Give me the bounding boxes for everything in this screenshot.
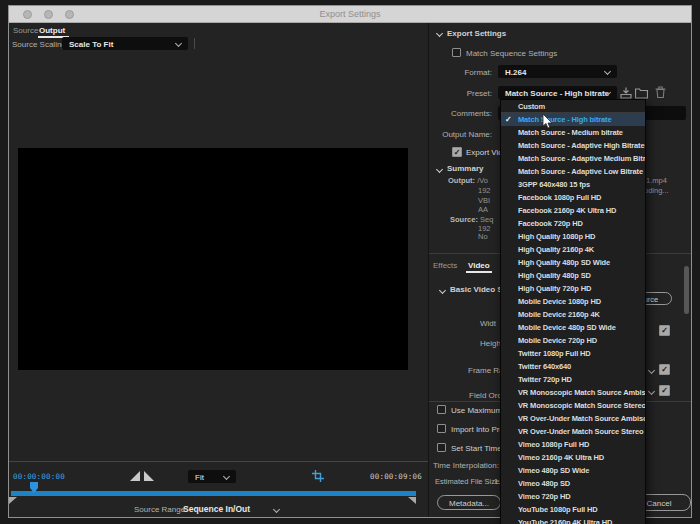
preset-option[interactable]: High Quality 2160p 4K xyxy=(501,243,645,256)
preset-option-label: VR Monoscopic Match Source Stereo Audio xyxy=(518,401,645,410)
preset-option-label: Vimeo 720p HD xyxy=(518,492,571,501)
export-video-checkbox[interactable]: ✓ xyxy=(452,147,462,157)
summary-source-frag3: No xyxy=(478,232,488,241)
match-sequence-checkbox[interactable] xyxy=(452,48,461,57)
preset-option[interactable]: Twitter 640x640 xyxy=(501,360,645,373)
summary-output-frag4: AA xyxy=(478,205,488,214)
save-preset-icon[interactable] xyxy=(620,87,632,99)
preset-option[interactable]: Vimeo 2160p 4K Ultra HD xyxy=(501,451,645,464)
source-range-value[interactable]: Sequence In/Out xyxy=(183,504,250,514)
titlebar[interactable]: Export Settings xyxy=(9,6,691,23)
preset-option[interactable]: Mobile Device 1080p HD xyxy=(501,295,645,308)
preset-option[interactable]: VR Monoscopic Match Source Stereo Audio xyxy=(501,399,645,412)
preset-option-label: Vimeo 2160p 4K Ultra HD xyxy=(518,453,604,462)
preset-option-label: Match Source - High bitrate xyxy=(518,115,611,124)
preset-option-label: Match Source - Adaptive High Bitrate xyxy=(518,141,644,150)
preset-option-label: Twitter 1080p Full HD xyxy=(518,349,591,358)
preset-option[interactable]: YouTube 2160p 4K Ultra HD xyxy=(501,516,645,524)
format-select[interactable]: H.264 xyxy=(498,65,617,78)
preset-value: Match Source - High bitrate xyxy=(505,88,609,97)
summary-output-right-frag1: 1.mp4 xyxy=(646,176,667,185)
preset-option-label: Match Source - Adaptive Medium Bitrate xyxy=(518,154,645,163)
preset-option[interactable]: YouTube 1080p Full HD xyxy=(501,503,645,516)
preset-option-label: Mobile Device 1080p HD xyxy=(518,297,601,306)
preset-option[interactable]: Facebook 720p HD xyxy=(501,217,645,230)
preset-menu[interactable]: Custom✓Match Source - High bitrateMatch … xyxy=(500,99,646,524)
preset-option[interactable]: VR Monoscopic Match Source Ambisonics xyxy=(501,386,645,399)
preset-option[interactable]: Mobile Device 2160p 4K xyxy=(501,308,645,321)
import-into-project-checkbox[interactable] xyxy=(437,424,446,433)
source-scaling-select[interactable]: Scale To Fit xyxy=(62,37,188,50)
preset-option[interactable]: High Quality 480p SD xyxy=(501,269,645,282)
mouse-cursor xyxy=(542,114,553,130)
summary-source-frag1: Seq xyxy=(480,215,493,224)
preset-option[interactable]: Facebook 1080p Full HD xyxy=(501,191,645,204)
duration-timecode: 00:00:09:06 xyxy=(370,472,422,481)
zoom-level-select[interactable]: Fit xyxy=(188,470,236,483)
tab-source[interactable]: Source xyxy=(13,26,38,35)
preset-select[interactable]: Match Source - High bitrate xyxy=(498,86,617,99)
set-start-timecode-checkbox[interactable] xyxy=(437,443,446,452)
preset-option-label: YouTube 1080p Full HD xyxy=(518,505,598,514)
preset-option[interactable]: Vimeo 480p SD xyxy=(501,477,645,490)
preset-option[interactable]: Vimeo 480p SD Wide xyxy=(501,464,645,477)
output-name-label: Output Name: xyxy=(432,130,492,139)
window-title: Export Settings xyxy=(9,6,691,22)
preset-option-label: Facebook 1080p Full HD xyxy=(518,193,601,202)
preset-option[interactable]: High Quality 1080p HD xyxy=(501,230,645,243)
chevron-down-icon xyxy=(175,40,182,47)
preset-option[interactable]: Custom xyxy=(501,100,645,113)
video-preview[interactable] xyxy=(18,148,408,370)
preset-option-label: VR Over-Under Match Source Ambisonics xyxy=(518,414,645,423)
height-label: Heigh xyxy=(480,339,501,348)
preset-option-label: High Quality 480p SD Wide xyxy=(518,258,610,267)
video-setting-checkbox-1[interactable]: ✓ xyxy=(659,325,670,336)
import-preset-icon[interactable] xyxy=(635,87,648,99)
preset-option[interactable]: VR Over-Under Match Source Ambisonics xyxy=(501,412,645,425)
match-sequence-label: Match Sequence Settings xyxy=(466,49,557,58)
preset-option-label: VR Over-Under Match Source Stereo Audio xyxy=(518,427,645,436)
tab-video[interactable]: Video xyxy=(468,261,490,270)
preset-option[interactable]: Vimeo 1080p Full HD xyxy=(501,438,645,451)
metadata-button[interactable]: Metadata... xyxy=(437,495,501,510)
source-scaling-label: Source Scaling: xyxy=(12,40,68,49)
toolbar-divider xyxy=(194,38,195,49)
preset-option[interactable]: Mobile Device 720p HD xyxy=(501,334,645,347)
tab-output[interactable]: Output xyxy=(39,26,65,35)
crop-icon[interactable] xyxy=(312,470,324,482)
preset-option[interactable]: High Quality 720p HD xyxy=(501,282,645,295)
preset-option[interactable]: Match Source - Adaptive Low Bitrate xyxy=(501,165,645,178)
preset-option[interactable]: VR Over-Under Match Source Stereo Audio xyxy=(501,425,645,438)
preset-option-label: Vimeo 1080p Full HD xyxy=(518,440,589,449)
timeline-scrubber[interactable] xyxy=(11,491,416,496)
preset-option-label: Facebook 2160p 4K Ultra HD xyxy=(518,206,616,215)
summary-output-label: Output: xyxy=(448,176,475,185)
preset-option-label: Mobile Device 2160p 4K xyxy=(518,310,600,319)
video-setting-checkbox-3[interactable]: ✓ xyxy=(659,385,670,396)
preset-option-label: Match Source - Medium bitrate xyxy=(518,128,623,137)
preset-option[interactable]: Match Source - Medium bitrate xyxy=(501,126,645,139)
preset-option-label: Custom xyxy=(518,102,545,111)
preset-option[interactable]: ✓Match Source - High bitrate xyxy=(501,113,645,126)
use-max-render-checkbox[interactable] xyxy=(437,405,446,414)
preset-option[interactable]: Match Source - Adaptive Medium Bitrate xyxy=(501,152,645,165)
preset-option[interactable]: 3GPP 640x480 15 fps xyxy=(501,178,645,191)
video-setting-checkbox-2[interactable]: ✓ xyxy=(659,364,670,375)
preset-option-label: Twitter 640x640 xyxy=(518,362,571,371)
delete-preset-icon[interactable] xyxy=(655,86,666,99)
preset-option[interactable]: Twitter 1080p Full HD xyxy=(501,347,645,360)
preset-option-label: VR Monoscopic Match Source Ambisonics xyxy=(518,388,645,397)
preset-option[interactable]: Match Source - Adaptive High Bitrate xyxy=(501,139,645,152)
scrollbar-thumb[interactable] xyxy=(684,266,689,314)
preset-option[interactable]: Vimeo 720p HD xyxy=(501,490,645,503)
preview-bottom-divider xyxy=(9,461,428,462)
preset-option[interactable]: High Quality 480p SD Wide xyxy=(501,256,645,269)
preset-option[interactable]: Facebook 2160p 4K Ultra HD xyxy=(501,204,645,217)
preset-option[interactable]: Twitter 720p HD xyxy=(501,373,645,386)
export-settings-header: Export Settings xyxy=(447,29,506,38)
summary-output-frag2: 192 xyxy=(478,186,491,195)
width-label: Widt xyxy=(480,319,496,328)
format-label: Format: xyxy=(440,68,492,77)
preset-option[interactable]: Mobile Device 480p SD Wide xyxy=(501,321,645,334)
tab-effects[interactable]: Effects xyxy=(433,261,457,270)
